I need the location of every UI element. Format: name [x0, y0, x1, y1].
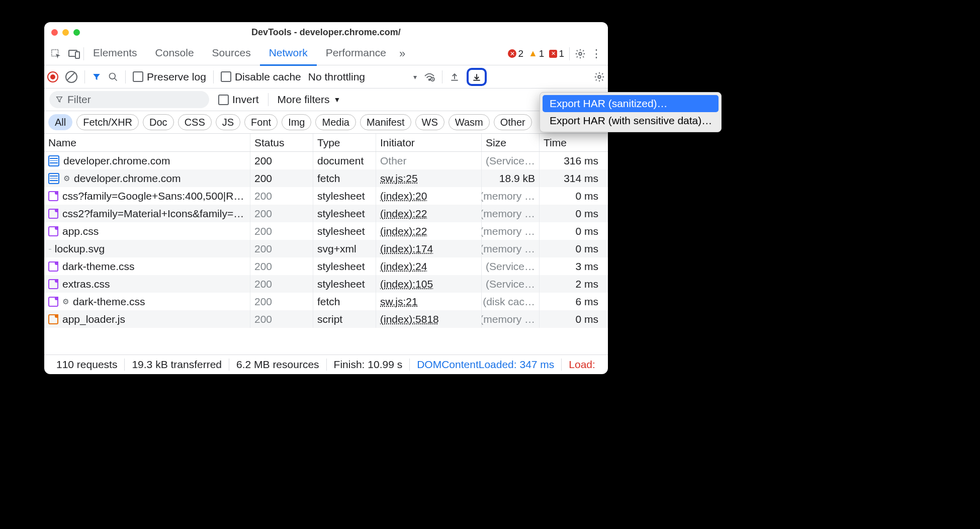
throttling-select[interactable]: No throttling ▾ [308, 71, 417, 83]
svg-rect-2 [75, 52, 79, 58]
status-bar: 110 requests 19.3 kB transferred 6.2 MB … [44, 355, 608, 374]
chip-media[interactable]: Media [315, 114, 355, 130]
domcontentloaded-time: DOMContentLoaded: 347 ms [410, 359, 562, 371]
table-row[interactable]: developer.chrome.com200documentOther(Ser… [44, 152, 608, 169]
transferred-size: 19.3 kB transferred [125, 359, 229, 371]
col-type[interactable]: Type [313, 134, 376, 151]
network-conditions-icon[interactable] [424, 72, 435, 81]
request-name: dark-theme.css [62, 260, 135, 273]
filter-input[interactable]: Filter [49, 91, 209, 108]
size-cell: 18.9 kB [482, 169, 540, 187]
time-cell: 6 ms [540, 293, 602, 310]
document-icon [48, 155, 59, 166]
chip-doc[interactable]: Doc [143, 114, 174, 130]
export-har-sanitized-item[interactable]: Export HAR (sanitized)… [543, 95, 719, 112]
initiator-cell[interactable]: sw.js:21 [376, 293, 482, 310]
size-cell: (disk cac… [482, 293, 540, 310]
record-button[interactable] [47, 71, 58, 82]
time-cell: 0 ms [540, 310, 602, 328]
settings-icon[interactable] [575, 48, 586, 59]
disable-cache-checkbox[interactable]: Disable cache [221, 71, 301, 83]
table-row[interactable]: ⚙dark-theme.css200fetchsw.js:21(disk cac… [44, 293, 608, 310]
table-row[interactable]: css?family=Google+Sans:400,500|R…200styl… [44, 187, 608, 205]
initiator-cell[interactable]: (index):20 [376, 187, 482, 205]
import-har-icon[interactable] [450, 72, 460, 82]
type-cell: stylesheet [313, 187, 376, 205]
table-row[interactable]: css2?family=Material+Icons&family=…200st… [44, 205, 608, 222]
chip-wasm[interactable]: Wasm [449, 114, 490, 130]
network-settings-icon[interactable] [594, 71, 605, 82]
time-cell: 0 ms [540, 187, 602, 205]
initiator-cell[interactable]: (index):105 [376, 275, 482, 293]
col-initiator[interactable]: Initiator [376, 134, 482, 151]
request-name: lockup.svg [55, 243, 105, 255]
col-size[interactable]: Size [482, 134, 540, 151]
window-title: DevTools - developer.chrome.com/ [251, 27, 401, 38]
chip-all[interactable]: All [48, 114, 72, 130]
filter-toggle-icon[interactable] [92, 72, 101, 81]
zoom-window-button[interactable] [73, 29, 80, 36]
warnings-badge[interactable]: ▲1 [528, 48, 544, 59]
initiator-cell[interactable]: (index):174 [376, 240, 482, 257]
initiator-cell[interactable]: (index):22 [376, 222, 482, 240]
close-window-button[interactable] [51, 29, 58, 36]
chip-other[interactable]: Other [494, 114, 532, 130]
size-cell: (Service… [482, 275, 540, 293]
panel-tabs: ElementsConsoleSourcesNetworkPerformance… [44, 42, 608, 65]
tab-network[interactable]: Network [260, 42, 317, 66]
gear-icon: ⚙ [62, 297, 69, 306]
table-row[interactable]: ⚙developer.chrome.com200fetchsw.js:2518.… [44, 169, 608, 187]
request-name: dark-theme.css [73, 296, 145, 308]
clear-button[interactable] [65, 71, 77, 83]
minimize-window-button[interactable] [62, 29, 69, 36]
chip-manifest[interactable]: Manifest [360, 114, 411, 130]
device-toolbar-icon[interactable] [68, 49, 80, 59]
script-icon [48, 314, 58, 324]
col-status[interactable]: Status [250, 134, 313, 151]
initiator-cell[interactable]: sw.js:25 [376, 169, 482, 187]
more-tabs-icon[interactable]: » [395, 47, 409, 60]
chip-css[interactable]: CSS [178, 114, 212, 130]
table-row[interactable]: app_loader.js200script(index):5818(memor… [44, 310, 608, 328]
tab-sources[interactable]: Sources [203, 42, 260, 64]
size-cell: (memory … [482, 240, 540, 257]
search-icon[interactable] [108, 72, 118, 82]
tab-performance[interactable]: Performance [317, 42, 395, 64]
chip-ws[interactable]: WS [415, 114, 444, 130]
chip-js[interactable]: JS [216, 114, 240, 130]
request-name: app_loader.js [62, 313, 125, 325]
table-row[interactable]: ···lockup.svg200svg+xml(index):174(memor… [44, 240, 608, 257]
initiator-cell[interactable]: (index):5818 [376, 310, 482, 328]
request-name: developer.chrome.com [63, 155, 170, 167]
preserve-log-checkbox[interactable]: Preserve log [133, 71, 206, 83]
table-row[interactable]: app.css200stylesheet(index):22(memory …0… [44, 222, 608, 240]
table-row[interactable]: extras.css200stylesheet(index):105(Servi… [44, 275, 608, 293]
col-time[interactable]: Time [540, 134, 602, 151]
resource-type-filter: AllFetch/XHRDocCSSJSFontImgMediaManifest… [44, 111, 608, 134]
errors-badge[interactable]: ✕2 [508, 48, 523, 59]
requests-count: 110 requests [49, 359, 125, 371]
col-name[interactable]: Name [44, 134, 250, 151]
stylesheet-icon [48, 261, 58, 272]
inspect-element-icon[interactable] [50, 48, 61, 59]
chip-img[interactable]: Img [282, 114, 311, 130]
kebab-menu-icon[interactable]: ⋮ [591, 47, 602, 60]
size-cell: (Service… [482, 257, 540, 275]
tab-elements[interactable]: Elements [84, 42, 146, 64]
invert-checkbox[interactable]: Invert [218, 94, 259, 106]
chip-fetch-xhr[interactable]: Fetch/XHR [76, 114, 139, 130]
type-cell: stylesheet [313, 222, 376, 240]
svg-point-6 [429, 79, 430, 80]
table-row[interactable]: dark-theme.css200stylesheet(index):24(Se… [44, 257, 608, 275]
export-har-sensitive-item[interactable]: Export HAR (with sensitive data)… [543, 112, 719, 129]
more-filters-dropdown[interactable]: More filters ▼ [278, 94, 341, 106]
initiator-cell[interactable]: (index):22 [376, 205, 482, 222]
initiator-cell[interactable]: (index):24 [376, 257, 482, 275]
size-cell: (memory … [482, 222, 540, 240]
export-har-menu: Export HAR (sanitized)… Export HAR (with… [540, 92, 722, 132]
chip-font[interactable]: Font [244, 114, 278, 130]
request-name: css?family=Google+Sans:400,500|R… [62, 190, 244, 202]
issues-badge[interactable]: ✕1 [549, 48, 564, 59]
export-har-button[interactable] [467, 68, 487, 86]
tab-console[interactable]: Console [146, 42, 203, 64]
